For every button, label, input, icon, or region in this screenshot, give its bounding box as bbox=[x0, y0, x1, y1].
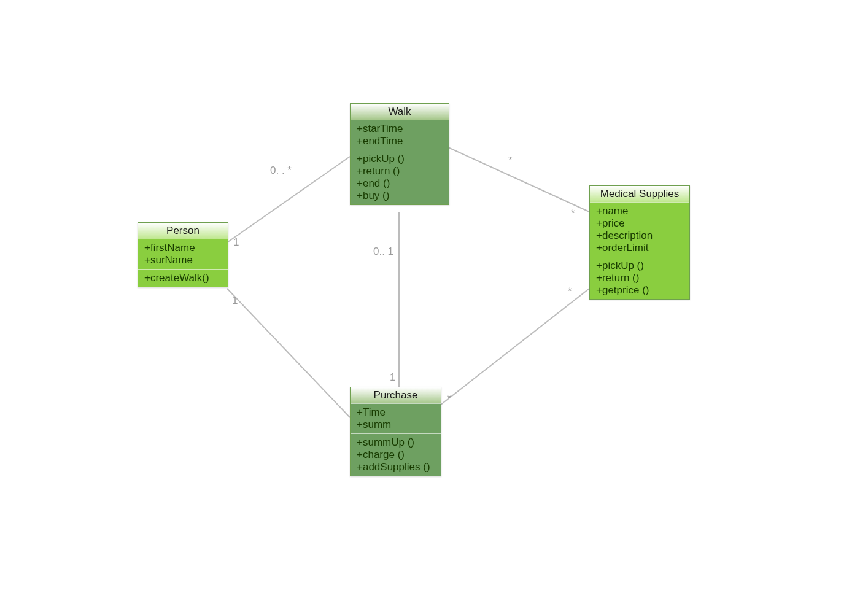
class-purchase-title: Purchase bbox=[351, 387, 441, 403]
mult-purchase-medical-medical: * bbox=[568, 285, 572, 298]
class-medical-attr-1: +price bbox=[596, 217, 683, 230]
assoc-person-purchase bbox=[227, 289, 350, 417]
class-medical-attr-2: +description bbox=[596, 230, 683, 242]
mult-walk-medical-walk: * bbox=[508, 155, 513, 167]
class-person-attr-1: +surName bbox=[144, 254, 222, 266]
class-walk-methods: +pickUp () +return () +end () +buy () bbox=[351, 150, 449, 204]
class-walk[interactable]: Walk +starTime +endTime +pickUp () +retu… bbox=[350, 103, 449, 205]
class-person-attributes: +firstName +surName bbox=[138, 239, 228, 269]
class-purchase-attributes: +Time +summ bbox=[351, 403, 441, 433]
class-medical-meth-2: +getprice () bbox=[596, 284, 683, 297]
class-purchase-methods: +summUp () +charge () +addSupplies () bbox=[351, 433, 441, 476]
class-purchase-meth-1: +charge () bbox=[357, 449, 435, 461]
class-walk-meth-2: +end () bbox=[357, 177, 443, 190]
class-person-meth-0: +createWalk() bbox=[144, 272, 222, 284]
class-person-methods: +createWalk() bbox=[138, 269, 228, 287]
class-person-attr-0: +firstName bbox=[144, 242, 222, 254]
class-walk-attr-1: +endTime bbox=[357, 135, 443, 147]
class-walk-meth-3: +buy () bbox=[357, 190, 443, 202]
class-walk-attr-0: +starTime bbox=[357, 123, 443, 135]
uml-class-diagram: Person +firstName +surName +createWalk()… bbox=[0, 0, 868, 609]
class-medical-meth-1: +return () bbox=[596, 272, 683, 284]
class-purchase-attr-0: +Time bbox=[357, 406, 435, 419]
mult-walk-purchase-purchase: 1 bbox=[390, 371, 395, 384]
class-purchase[interactable]: Purchase +Time +summ +summUp () +charge … bbox=[350, 387, 441, 476]
mult-person-walk-person: 1 bbox=[233, 236, 239, 249]
class-walk-title: Walk bbox=[351, 104, 449, 120]
class-purchase-attr-1: +summ bbox=[357, 419, 435, 431]
class-medical-methods: +pickUp () +return () +getprice () bbox=[590, 257, 689, 299]
class-purchase-meth-2: +addSupplies () bbox=[357, 461, 435, 473]
class-medical-attributes: +name +price +description +orderLimit bbox=[590, 202, 689, 257]
mult-purchase-medical-purchase: * bbox=[447, 393, 451, 405]
mult-person-walk-walk: 0. . * bbox=[270, 165, 292, 177]
class-medical-meth-0: +pickUp () bbox=[596, 260, 683, 272]
connectors-layer bbox=[0, 0, 868, 609]
class-walk-attributes: +starTime +endTime bbox=[351, 120, 449, 150]
class-medical-attr-3: +orderLimit bbox=[596, 242, 683, 254]
assoc-walk-medical bbox=[448, 147, 589, 212]
class-person[interactable]: Person +firstName +surName +createWalk() bbox=[138, 222, 228, 287]
mult-person-purchase-person: 1 bbox=[232, 295, 238, 307]
class-walk-meth-0: +pickUp () bbox=[357, 153, 443, 165]
class-walk-meth-1: +return () bbox=[357, 165, 443, 177]
assoc-purchase-medical bbox=[440, 289, 589, 405]
class-medical-attr-0: +name bbox=[596, 205, 683, 217]
mult-walk-medical-medical: * bbox=[571, 208, 575, 220]
class-person-title: Person bbox=[138, 223, 228, 239]
class-medical[interactable]: Medical Supplies +name +price +descripti… bbox=[589, 185, 690, 300]
class-purchase-meth-0: +summUp () bbox=[357, 436, 435, 449]
mult-walk-purchase-walk: 0.. 1 bbox=[373, 246, 393, 258]
class-medical-title: Medical Supplies bbox=[590, 186, 689, 202]
